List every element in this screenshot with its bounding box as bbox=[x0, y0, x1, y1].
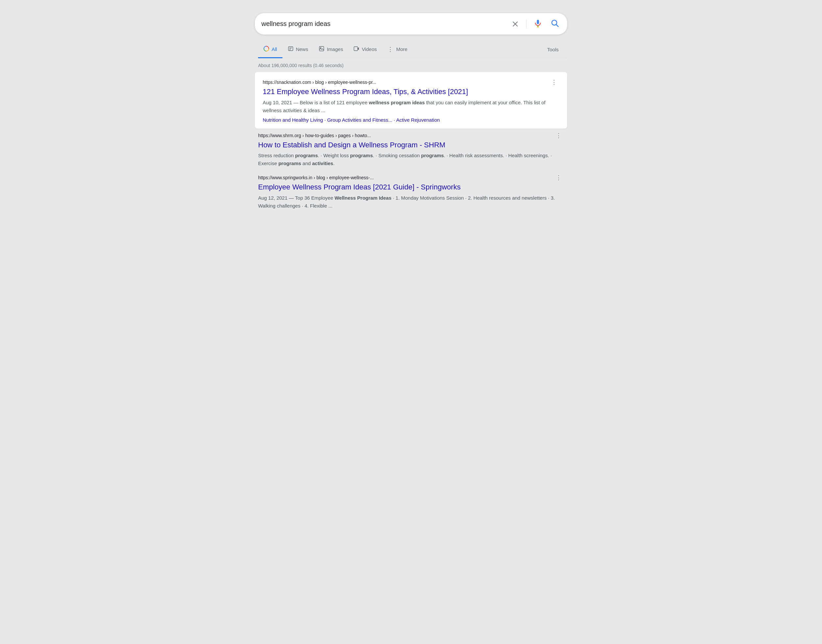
clear-button[interactable] bbox=[510, 19, 520, 29]
link-separator-1: · bbox=[325, 117, 327, 123]
result-url-1: https://snacknation.com › blog › employe… bbox=[263, 80, 546, 85]
tab-all-label: All bbox=[272, 46, 277, 52]
news-icon bbox=[288, 46, 294, 53]
result-title-1[interactable]: 121 Employee Wellness Program Ideas, Tip… bbox=[263, 87, 559, 97]
snippet-text-1: — Below is a list of 121 employee wellne… bbox=[263, 100, 545, 113]
more-icon: ⋮ bbox=[387, 46, 394, 52]
tab-images[interactable]: Images bbox=[313, 41, 348, 58]
result-title-3[interactable]: Employee Wellness Program Ideas [2021 Gu… bbox=[258, 182, 564, 192]
snippet-text-3: — Top 36 Employee Wellness Program Ideas… bbox=[258, 195, 555, 209]
search-icon bbox=[551, 19, 559, 29]
search-input[interactable] bbox=[262, 20, 510, 28]
divider bbox=[526, 19, 527, 29]
link-separator-2: · bbox=[394, 117, 396, 123]
tools-button[interactable]: Tools bbox=[542, 42, 564, 57]
result-item-3: https://www.springworks.in › blog › empl… bbox=[255, 174, 567, 210]
result-url-3: https://www.springworks.in › blog › empl… bbox=[258, 175, 551, 180]
voice-search-button[interactable] bbox=[532, 18, 543, 30]
svg-rect-0 bbox=[537, 20, 539, 24]
svg-point-11 bbox=[320, 48, 321, 48]
result-url-row-1: https://snacknation.com › blog › employe… bbox=[263, 78, 559, 86]
result-links-1: Nutrition and Healthy Living · Group Act… bbox=[263, 117, 559, 123]
images-icon bbox=[318, 46, 325, 53]
svg-rect-6 bbox=[288, 47, 293, 51]
result-link-active[interactable]: Active Rejuvenation bbox=[396, 117, 440, 123]
tab-news[interactable]: News bbox=[282, 41, 314, 58]
result-snippet-3: Aug 12, 2021 — Top 36 Employee Wellness … bbox=[258, 194, 564, 210]
tab-all[interactable]: All bbox=[258, 41, 282, 58]
result-title-2[interactable]: How to Establish and Design a Wellness P… bbox=[258, 140, 564, 150]
tab-more[interactable]: ⋮ More bbox=[382, 42, 413, 58]
tab-news-label: News bbox=[296, 46, 308, 52]
svg-rect-10 bbox=[319, 46, 324, 51]
mic-icon bbox=[534, 19, 542, 29]
result-link-group[interactable]: Group Activities and Fitness... bbox=[327, 117, 392, 123]
videos-icon bbox=[354, 46, 360, 53]
result-snippet-1: Aug 10, 2021 — Below is a list of 121 em… bbox=[263, 99, 559, 115]
result-url-row-2: https://www.shrm.org › how-to-guides › p… bbox=[258, 132, 564, 139]
tab-videos[interactable]: Videos bbox=[348, 41, 382, 58]
snippet-date-1: Aug 10, 2021 bbox=[263, 100, 292, 105]
search-button[interactable] bbox=[550, 18, 560, 30]
search-bar bbox=[255, 13, 567, 35]
svg-line-4 bbox=[556, 25, 558, 27]
svg-rect-12 bbox=[354, 47, 358, 51]
tab-images-label: Images bbox=[327, 46, 343, 52]
result-options-button-3[interactable]: ⋮ bbox=[554, 174, 564, 181]
snippet-date-3: Aug 12, 2021 bbox=[258, 195, 287, 201]
tab-more-label: More bbox=[396, 46, 407, 52]
result-card-1: https://snacknation.com › blog › employe… bbox=[255, 72, 567, 129]
result-snippet-2: Stress reduction programs. · Weight loss… bbox=[258, 152, 564, 167]
result-link-nutrition[interactable]: Nutrition and Healthy Living bbox=[263, 117, 323, 123]
google-search-icon bbox=[263, 46, 269, 53]
result-url-2: https://www.shrm.org › how-to-guides › p… bbox=[258, 133, 551, 138]
result-options-button-2[interactable]: ⋮ bbox=[554, 132, 564, 139]
tab-videos-label: Videos bbox=[362, 46, 377, 52]
close-icon bbox=[511, 20, 519, 28]
result-options-button-1[interactable]: ⋮ bbox=[549, 78, 559, 86]
tab-bar: All News Images bbox=[255, 41, 567, 58]
result-item-2: https://www.shrm.org › how-to-guides › p… bbox=[255, 132, 567, 168]
results-count: About 196,000,000 results (0.46 seconds) bbox=[255, 63, 567, 68]
result-url-row-3: https://www.springworks.in › blog › empl… bbox=[258, 174, 564, 181]
